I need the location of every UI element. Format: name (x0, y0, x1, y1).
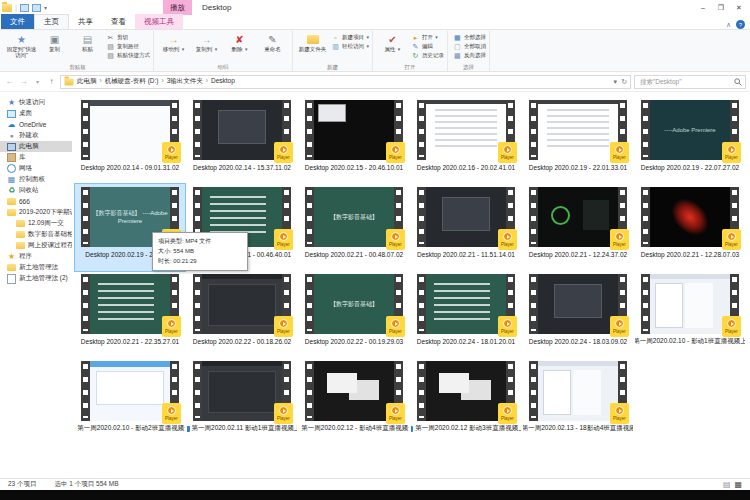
play-icon (503, 145, 512, 154)
breadcrumb-segment[interactable]: 3输出文件夹 (167, 77, 203, 86)
up-icon[interactable]: ↑ (46, 77, 57, 86)
file-item[interactable]: 【数字影音基础】PlayerDesktop 2020.02.21 - 00.48… (299, 184, 409, 271)
sidebar-item-desktop[interactable]: 桌面 (0, 108, 72, 119)
file-item[interactable]: Player第一周2020.02.10 - 影动1班直播视频上 (635, 271, 745, 358)
ribbon-button-easy[interactable]: 轻松访问 ▾ (331, 42, 369, 51)
ribbon-button-move[interactable]: 移动到 ▾ (157, 32, 190, 63)
ribbon-button-delete[interactable]: 删除 ▾ (223, 32, 256, 63)
file-name-text: 第一周2020.02.13 - 18影动4班直播视频全 (523, 424, 633, 433)
sidebar-item-folder-land-law[interactable]: 新土地管理法 (0, 262, 72, 273)
minimize-button[interactable]: – (694, 1, 712, 15)
tab-share[interactable]: 共享 (69, 14, 102, 29)
file-item[interactable]: PlayerDesktop 2020.02.22 - 00.18.26.02 (187, 271, 297, 358)
back-icon[interactable]: ← (4, 77, 15, 86)
breadcrumb-segment[interactable]: 此电脑 (77, 77, 97, 86)
file-item[interactable]: 【数字影音基础】PlayerDesktop 2020.02.22 - 00.19… (299, 271, 409, 358)
recent-locations-icon[interactable]: ▾ (32, 78, 43, 85)
file-item[interactable]: PlayerDesktop 2020.02.16 - 20.02.41.01 (411, 97, 521, 184)
refresh-icon[interactable]: ↻ (621, 78, 627, 86)
qat-new-folder-icon[interactable] (32, 4, 41, 12)
taskbar[interactable] (0, 490, 750, 500)
file-item[interactable]: PlayerDesktop 2020.02.21 - 11.51.14.01 (411, 184, 521, 271)
sidebar-item-this-pc[interactable]: 此电脑 (0, 141, 72, 152)
ribbon-button-selinv[interactable]: 反向选择 (453, 51, 486, 60)
sidebar-item-folder-land-law-2[interactable]: 新土地管理法 (2) (0, 273, 72, 284)
ribbon-button-open[interactable]: 打开 ▾ (411, 33, 444, 42)
ribbon-button-newfolder[interactable]: 新建文件夹 (296, 32, 329, 63)
sidebar-item-network[interactable]: 网络 (0, 163, 72, 174)
tab-view[interactable]: 查看 (102, 14, 135, 29)
file-item[interactable]: PlayerDesktop 2020.02.14 - 15.37.11.02 (187, 97, 297, 184)
tab-file[interactable]: 文件 (1, 14, 34, 29)
search-box[interactable] (634, 75, 746, 89)
title-bar: | ▾ 播放 Desktop – ❐ ✕ (0, 0, 750, 15)
ribbon-button-edit[interactable]: 编辑 (411, 42, 444, 51)
file-item[interactable]: PlayerDesktop 2020.02.15 - 20.46.10.01 (299, 97, 409, 184)
breadcrumb-segment[interactable]: 机械硬盘-资料 (D:) (105, 77, 159, 86)
file-item[interactable]: PlayerDesktop 2020.02.24 - 18.01.20.01 (411, 271, 521, 358)
ribbon-button-paste[interactable]: 粘贴 (71, 32, 104, 63)
ribbon-button-newitem[interactable]: 新建项目 ▾ (331, 33, 369, 42)
details-view-icon[interactable]: ▤ (723, 480, 731, 489)
sidebar-item-user[interactable]: 孙建欢 (0, 130, 72, 141)
ribbon-button-rename[interactable]: 重命名 (256, 32, 289, 63)
close-button[interactable]: ✕ (730, 1, 748, 15)
ribbon-button-copyto[interactable]: 复制到 ▾ (190, 32, 223, 63)
help-icon[interactable]: ? (736, 20, 745, 29)
qat-dropdown-icon[interactable]: ▾ (44, 4, 47, 11)
address-dropdown-icon[interactable]: ▾ (614, 78, 618, 86)
ribbon-button-path[interactable]: 复制路径 (106, 42, 150, 51)
thumbnails-view-icon[interactable]: ▦ (734, 480, 742, 489)
ribbon-button-selall[interactable]: 全部选择 (453, 33, 486, 42)
file-item[interactable]: Player第一周2020.02.12 影动3班直播视频上 (411, 358, 521, 445)
sidebar-item-folder-1209[interactable]: 12.09周一交 (0, 218, 72, 229)
media-file-icon (187, 426, 190, 432)
file-item[interactable]: PlayerDesktop 2020.02.19 - 22.01.33.01 (523, 97, 633, 184)
forward-icon[interactable]: → (18, 77, 29, 86)
file-item[interactable]: Player第一周2020.02.10 - 影动2班直播视频全 (75, 358, 185, 445)
sidebar-item-programs[interactable]: 程序 (0, 251, 72, 262)
file-item[interactable]: PlayerDesktop 2020.02.24 - 18.03.09.02 (523, 271, 633, 358)
sidebar-item-folder-666[interactable]: 666 (0, 196, 72, 207)
file-item[interactable]: ----Adobe PremierePlayerDesktop 2020.02.… (635, 97, 745, 184)
qat-properties-icon[interactable] (20, 4, 29, 12)
file-item[interactable]: PlayerDesktop 2020.02.21 - 22.35.27.01 (75, 271, 185, 358)
search-input[interactable] (638, 77, 734, 86)
sidebar-item-folder-online-archive[interactable]: 网上授课过程存档 (0, 240, 72, 251)
ribbon-button-copy[interactable]: 复制 (38, 32, 71, 63)
ribbon-button-props[interactable]: 属性 ▾ (376, 32, 409, 63)
player-badge: Player (162, 316, 181, 337)
sidebar-item-control-panel[interactable]: 控制面板 (0, 174, 72, 185)
ribbon-button-shortcut[interactable]: 粘贴快捷方式 (106, 51, 150, 60)
tab-video-tools[interactable]: 视频工具 (135, 14, 183, 29)
breadcrumb-segment[interactable]: Desktop (211, 77, 235, 86)
sidebar-item-onedrive[interactable]: OneDrive (0, 119, 72, 130)
sidebar-item-quick-access[interactable]: 快速访问 (0, 97, 72, 108)
ribbon-button-history[interactable]: 历史记录 (411, 51, 444, 60)
ribbon-button-cut[interactable]: 剪切 (106, 33, 150, 42)
ribbon-button-pin[interactable]: 固定到"快速访问" (5, 32, 38, 63)
file-item[interactable]: PlayerDesktop 2020.02.21 - 12.24.37.02 (523, 184, 633, 271)
file-item[interactable]: Player第一周2020.02.13 - 18影动4班直播视频全 (523, 358, 633, 445)
play-icon (391, 232, 400, 241)
maximize-button[interactable]: ❐ (712, 1, 730, 15)
player-badge-label: Player (501, 329, 514, 334)
caret-down-icon: ▾ (365, 34, 369, 40)
file-item[interactable]: Player第一周2020.02.11 影动1班直播视频上 (187, 358, 297, 445)
ribbon-button-selnone[interactable]: 全部取消 (453, 42, 486, 51)
ribbon: 固定到"快速访问"复制粘贴剪切复制路径粘贴快捷方式剪贴板移动到 ▾复制到 ▾删除… (0, 30, 750, 72)
sidebar-item-recycle-bin[interactable]: 回收站 (0, 185, 72, 196)
filmstrip-left (417, 361, 426, 421)
file-name-text: Desktop 2020.02.22 - 00.18.26.02 (193, 338, 291, 345)
sidebar-item-folder-digital-av[interactable]: 数字影音基础相关 (0, 229, 72, 240)
thumbnail-content (314, 361, 394, 421)
sidebar-item-folder-term[interactable]: 2019-2020下学期课程 (0, 207, 72, 218)
address-box[interactable]: 此电脑›机械硬盘-资料 (D:)›3输出文件夹›Desktop ▾ ↻ (60, 75, 631, 89)
file-item[interactable]: Player第一周2020.02.12 - 影动4班直播视频全 (299, 358, 409, 445)
player-badge-label: Player (725, 242, 738, 247)
tab-home[interactable]: 主页 (34, 14, 69, 29)
file-item[interactable]: PlayerDesktop 2020.02.14 - 09.01.31.02 (75, 97, 185, 184)
sidebar-item-libraries[interactable]: 库 (0, 152, 72, 163)
collapse-ribbon-icon[interactable]: ∧ (726, 21, 731, 29)
file-item[interactable]: PlayerDesktop 2020.02.21 - 12.28.07.03 (635, 184, 745, 271)
